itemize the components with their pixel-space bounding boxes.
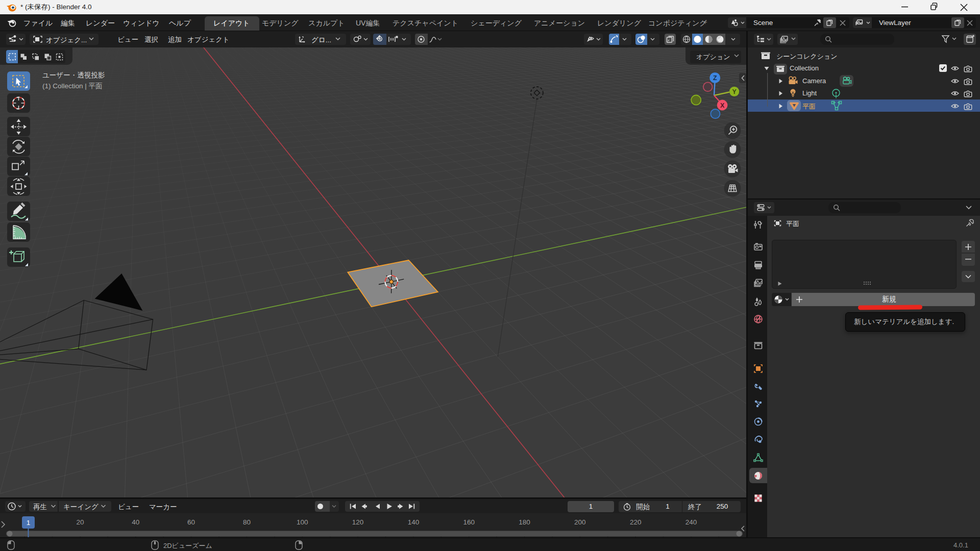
svg-text:Y: Y <box>732 88 737 95</box>
svg-text:1: 1 <box>27 519 31 527</box>
svg-text:Z: Z <box>713 74 717 82</box>
svg-text:X: X <box>720 102 725 109</box>
